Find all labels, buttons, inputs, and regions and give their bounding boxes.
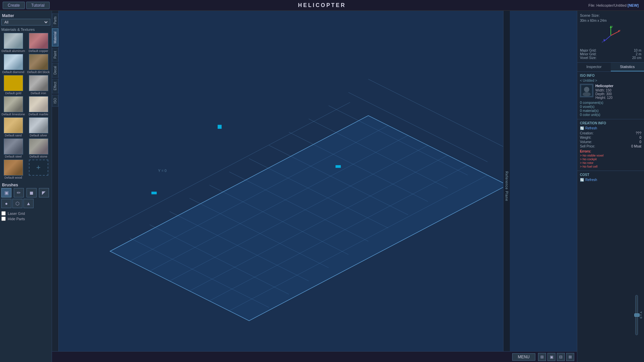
creation-refresh-btn[interactable]: 🔄 Refresh <box>580 126 641 130</box>
svg-line-13 <box>190 198 329 268</box>
errors-section: Errors: > No visible voxel> No cockpit> … <box>580 149 641 168</box>
brush-btn-2[interactable]: ◼ <box>26 188 37 197</box>
create-button[interactable]: Create <box>3 2 25 9</box>
hide-parts-checkbox[interactable] <box>1 217 6 221</box>
voxel-size-label: Voxel Size: <box>580 56 596 60</box>
tab-decal[interactable]: Decal <box>52 63 58 78</box>
viewport[interactable]: .grid-line { stroke: #4a7aaa; stroke-wid… <box>59 11 577 362</box>
iso-breadcrumb: < Untitled > <box>580 79 641 82</box>
cost-refresh-btn[interactable]: 🔄 Refresh <box>580 178 641 182</box>
tab-parts[interactable]: Parts <box>52 13 58 27</box>
iso-stat-row: 0 color unit(s) <box>580 113 641 117</box>
cost-refresh-icon: 🔄 <box>580 178 584 182</box>
error-list: > No visible voxel> No cockpit> No rotor… <box>580 154 641 168</box>
material-item-silver[interactable]: Default silver <box>26 117 50 137</box>
brush-btn-r2-1[interactable]: ⬡ <box>12 199 22 208</box>
material-thumb-stone <box>29 138 48 155</box>
material-label-steel: Default steel <box>5 155 21 158</box>
svg-text:z: z <box>602 40 603 43</box>
bottom-icon-btn-0[interactable]: ⊞ <box>538 353 546 361</box>
svg-line-3 <box>170 145 428 281</box>
material-thumb-marble <box>29 96 48 112</box>
tutorial-button[interactable]: Tutorial <box>26 2 50 9</box>
svg-line-9 <box>110 251 249 320</box>
tab-material[interactable]: Material <box>52 28 58 47</box>
y-slider[interactable] <box>635 295 638 335</box>
iso-thumbnail <box>580 84 593 97</box>
file-info: File: Helicopter/Untitled [NEW] <box>588 3 639 7</box>
svg-line-31 <box>611 31 619 36</box>
creation-row: Creation: ??? <box>580 131 641 135</box>
svg-line-20 <box>329 106 468 175</box>
svg-line-16 <box>249 159 388 228</box>
svg-line-11 <box>150 225 289 294</box>
laser-grid-checkbox-row[interactable]: Laser Grid <box>1 211 50 216</box>
material-item-steel[interactable]: Default steel <box>1 138 25 158</box>
menu-button[interactable]: MENU <box>512 353 535 361</box>
material-item-aluminum[interactable]: Default aluminum <box>1 33 25 53</box>
file-label: File: <box>588 3 595 7</box>
brush-btn-3[interactable]: ◤ <box>39 188 49 197</box>
voxel-size-value: 20 cm <box>632 56 641 60</box>
material-item-diamond[interactable]: Default diamond <box>1 54 25 74</box>
material-item-marble[interactable]: Default marble <box>26 96 50 116</box>
material-item-sand[interactable]: Default sand <box>1 117 25 137</box>
svg-text:x: x <box>619 29 621 32</box>
material-item-limestone[interactable]: Default limestone <box>1 96 25 116</box>
material-item-stone[interactable]: Default stone <box>26 138 50 158</box>
laser-grid-checkbox[interactable] <box>1 211 6 216</box>
material-thumb-dirtblock <box>29 54 48 70</box>
material-thumb-steel <box>4 138 23 155</box>
material-item-iron[interactable]: Default iron <box>26 75 50 95</box>
side-tabs: Parts Material Paint Decal Effect ISO <box>52 11 59 362</box>
sell-price-row: Sell Price: 0 Msat <box>580 144 641 148</box>
inspector-tab[interactable]: Inspector <box>577 63 611 71</box>
reference-plane-tab[interactable]: Reference Plane <box>503 11 510 362</box>
topbar: Create Tutorial HELICOPTER File: Helicop… <box>0 0 644 11</box>
iso-info-section: ISO INFO < Untitled > Helicopter Width: … <box>577 72 644 119</box>
material-item-copper[interactable]: Default copper <box>26 33 50 53</box>
brush-btn-r2-2[interactable]: ▲ <box>23 199 34 208</box>
material-thumb-silver <box>29 117 48 133</box>
reference-plane-label: Reference Plane <box>505 171 508 201</box>
hide-parts-checkbox-row[interactable]: Hide Parts <box>1 217 50 221</box>
svg-line-19 <box>309 119 448 188</box>
brush-btn-1[interactable]: ✏ <box>14 188 24 197</box>
hide-parts-label: Hide Parts <box>8 217 25 221</box>
material-thumb-iron <box>29 75 48 91</box>
volume-label: Volume: <box>580 140 592 144</box>
material-label-aluminum: Default aluminum <box>1 49 25 53</box>
material-item-dirtblock[interactable]: Default dirt block <box>26 54 50 74</box>
bottom-icon-btn-1[interactable]: ▣ <box>547 353 555 361</box>
y-slider-thumb[interactable] <box>634 313 640 317</box>
matter-select[interactable]: All <box>3 20 49 24</box>
brush-btn-r2-0[interactable]: ● <box>1 199 11 208</box>
bottom-icon-btn-2[interactable]: ⊟ <box>557 353 565 361</box>
material-item-gold[interactable]: Default gold <box>1 75 25 95</box>
material-add-thumb: + <box>29 160 48 176</box>
refresh-icon: 🔄 <box>580 126 584 130</box>
cost-refresh-label: Refresh <box>585 178 597 182</box>
tab-paint[interactable]: Paint <box>52 48 58 62</box>
matter-dropdown[interactable]: All <box>1 19 50 25</box>
material-label-gold: Default gold <box>5 92 21 95</box>
tab-iso[interactable]: ISO <box>52 95 58 107</box>
material-thumb-gold <box>4 75 23 91</box>
material-item-wood[interactable]: Default wood <box>1 160 25 179</box>
bottom-icon-btn-3[interactable]: ⊠ <box>566 353 574 361</box>
material-label-copper: Default copper <box>29 49 48 53</box>
scene-gizmo: Scene Size: 30m x 60m x 24m y x z <box>577 11 644 63</box>
material-add-button[interactable]: + <box>26 160 50 179</box>
brush-btn-0[interactable]: ▣ <box>1 188 11 197</box>
svg-line-10 <box>130 238 269 307</box>
svg-line-21 <box>348 93 488 162</box>
volume-row: Volume: 0 <box>580 140 641 144</box>
svg-line-1 <box>130 125 388 261</box>
material-label-wood: Default wood <box>4 176 22 179</box>
sell-price-label: Sell Price: <box>580 144 595 148</box>
material-thumb-limestone <box>4 96 23 112</box>
material-label-stone: Default stone <box>30 155 47 158</box>
tab-effect[interactable]: Effect <box>52 79 58 93</box>
svg-text:y: y <box>611 25 613 28</box>
statistics-tab[interactable]: Statistics <box>611 63 644 71</box>
